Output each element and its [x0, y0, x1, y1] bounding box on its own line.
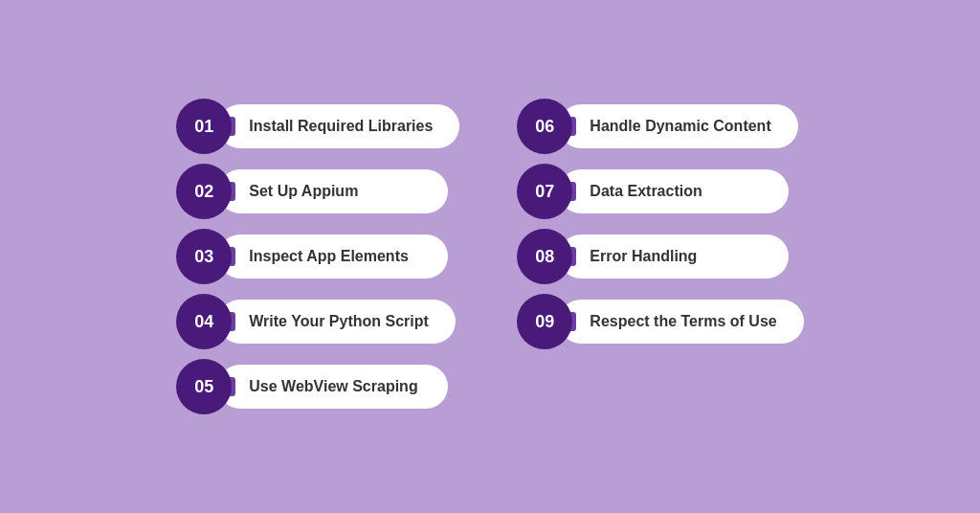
label-pill: Set Up Appium [218, 169, 448, 213]
number-badge: 06 [517, 99, 572, 154]
number-badge: 05 [176, 359, 232, 414]
list-item: 08Error Handling [517, 229, 803, 284]
label-pill: Data Extraction [559, 169, 789, 213]
number-badge: 03 [176, 229, 232, 284]
number-badge: 07 [517, 164, 572, 219]
number-badge: 01 [176, 99, 232, 154]
list-item: 05Use WebView Scraping [176, 359, 459, 414]
number-badge: 08 [517, 229, 572, 284]
list-item: 04Write Your Python Script [176, 294, 459, 349]
label-pill: Write Your Python Script [218, 300, 456, 344]
label-pill: Use WebView Scraping [218, 365, 448, 409]
label-pill: Error Handling [559, 234, 789, 279]
number-badge: 02 [176, 164, 232, 219]
list-item: 02Set Up Appium [176, 164, 459, 219]
list-item: 06Handle Dynamic Content [517, 99, 803, 154]
number-badge: 04 [176, 294, 232, 349]
list-item: 03Inspect App Elements [176, 229, 459, 284]
list-item: 01Install Required Libraries [176, 99, 459, 154]
label-pill: Handle Dynamic Content [559, 104, 797, 148]
list-item: 07Data Extraction [517, 164, 803, 219]
label-pill: Inspect App Elements [218, 234, 448, 279]
label-pill: Respect the Terms of Use [559, 300, 803, 344]
column-1: 01Install Required Libraries02Set Up App… [176, 99, 459, 414]
list-item: 09Respect the Terms of Use [517, 294, 803, 349]
column-2: 06Handle Dynamic Content07Data Extractio… [517, 99, 803, 414]
label-pill: Install Required Libraries [218, 104, 459, 148]
number-badge: 09 [517, 294, 572, 349]
main-container: 01Install Required Libraries02Set Up App… [119, 79, 860, 434]
